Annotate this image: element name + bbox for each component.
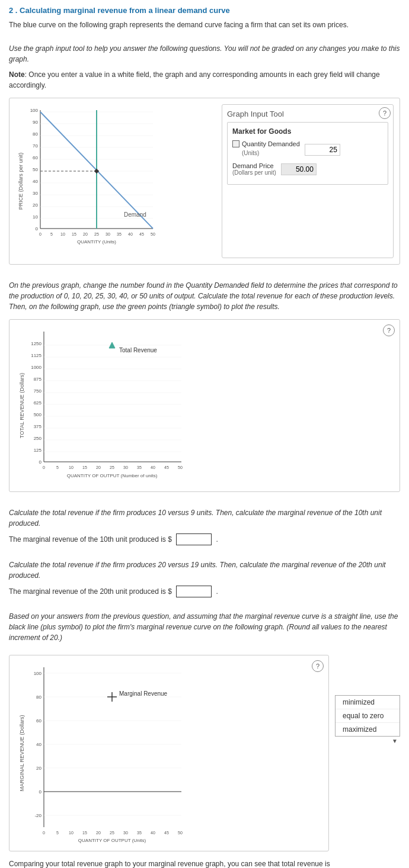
q10-answer-row: The marginal revenue of the 10th unit pr… (9, 533, 400, 546)
demand-curve-chart: PRICE (Dollars per unit) 0 10 20 30 40 5… (15, 104, 158, 258)
svg-text:40: 40 (151, 465, 155, 470)
svg-text:35: 35 (137, 831, 142, 835)
svg-text:0: 0 (39, 789, 42, 795)
svg-text:60: 60 (36, 718, 41, 724)
svg-text:500: 500 (34, 412, 42, 417)
svg-text:100: 100 (34, 671, 42, 676)
q10-answer-prefix: The marginal revenue of the 10th unit pr… (9, 535, 172, 544)
svg-text:40: 40 (128, 232, 133, 236)
instruction-italic-1: Use the graph input tool to help you ans… (9, 43, 400, 65)
q20-answer-row: The marginal revenue of the 20th unit pr… (9, 586, 400, 599)
help-icon-1[interactable]: ? (379, 107, 391, 119)
graph-container-3: ? MARGINAL REVENUE (Dollars) -20 0 20 40… (9, 655, 329, 851)
graph-input-panel: Graph Input Tool ? Market for Goods Quan… (222, 104, 394, 258)
quantity-demanded-input[interactable] (305, 144, 340, 156)
svg-text:0: 0 (36, 226, 39, 232)
dropdown-arrow-icon: ▼ (392, 738, 398, 744)
svg-text:QUANTITY OF OUTPUT (Units): QUANTITY OF OUTPUT (Units) (78, 838, 146, 843)
svg-text:QUANTITY OF OUTPUT (Number of : QUANTITY OF OUTPUT (Number of units) (67, 473, 158, 478)
dropdown-option-maximized[interactable]: maximized (335, 723, 400, 736)
svg-text:750: 750 (34, 388, 42, 394)
demand-price-row: Demand Price (Dollars per unit) (232, 162, 404, 176)
svg-text:30: 30 (123, 831, 128, 835)
svg-text:35: 35 (137, 465, 142, 470)
instruction-italic-2: On the previous graph, change the number… (9, 280, 400, 312)
svg-text:25: 25 (94, 232, 99, 236)
note-bold: Note (9, 70, 25, 79)
comparing-text-before: Comparing your total revenue graph to yo… (9, 860, 330, 868)
svg-text:-20: -20 (34, 813, 41, 818)
q20-answer-input[interactable] (176, 586, 212, 597)
quantity-demanded-row: Quantity Demanded (Units) (232, 140, 404, 159)
total-revenue-chart: TOTAL REVENUE (Dollars) 0 125 250 375 50… (15, 326, 247, 486)
svg-text:20: 20 (96, 831, 101, 835)
svg-text:40: 40 (151, 831, 155, 835)
quantity-demanded-units: (Units) (242, 150, 259, 156)
svg-text:Marginal Revenue: Marginal Revenue (119, 690, 168, 697)
dropdown-options-list: minimized equal to zero maximized (335, 695, 400, 737)
demand-price-units: (Dollars per unit) (232, 169, 276, 176)
dropdown-panel: minimized equal to zero maximized ▼ (335, 695, 400, 745)
svg-text:250: 250 (34, 436, 42, 441)
q20-text: Calculate the total revenue if the firm … (9, 560, 400, 581)
svg-text:25: 25 (110, 831, 114, 835)
q20-answer-prefix: The marginal revenue of the 20th unit pr… (9, 587, 172, 596)
svg-text:875: 875 (34, 377, 42, 382)
svg-text:5: 5 (56, 465, 59, 470)
svg-text:125: 125 (34, 448, 42, 453)
svg-text:0: 0 (39, 459, 42, 465)
svg-text:625: 625 (34, 400, 42, 406)
svg-text:50: 50 (151, 232, 155, 236)
svg-text:50: 50 (178, 831, 183, 835)
svg-text:1250: 1250 (31, 341, 41, 346)
svg-text:10: 10 (60, 232, 65, 236)
svg-text:10: 10 (69, 465, 74, 470)
svg-text:1125: 1125 (31, 353, 41, 358)
svg-text:70: 70 (33, 143, 38, 149)
graph-container-2: ? TOTAL REVENUE (Dollars) 0 125 250 375 … (9, 319, 400, 492)
svg-text:45: 45 (139, 232, 144, 236)
svg-text:40: 40 (36, 742, 41, 747)
svg-text:30: 30 (33, 191, 38, 196)
svg-text:60: 60 (33, 155, 38, 160)
svg-text:90: 90 (33, 120, 38, 125)
svg-text:PRICE (Dollars per unit): PRICE (Dollars per unit) (18, 153, 24, 210)
svg-text:100: 100 (30, 108, 39, 113)
svg-text:30: 30 (106, 232, 110, 236)
svg-text:0: 0 (43, 831, 45, 835)
chart-area-1: PRICE (Dollars per unit) 0 10 20 30 40 5… (15, 104, 216, 258)
marginal-revenue-chart: MARGINAL REVENUE (Dollars) -20 0 20 40 6… (15, 661, 247, 845)
svg-text:15: 15 (72, 232, 76, 236)
dropdown-option-minimized[interactable]: minimized (335, 696, 400, 709)
svg-text:5: 5 (56, 831, 59, 835)
demand-price-input[interactable] (281, 163, 317, 175)
graph-input-title: Graph Input Tool (227, 110, 388, 118)
market-for-goods-title: Market for Goods (232, 127, 404, 136)
svg-text:45: 45 (164, 831, 169, 835)
intro-text: The blue curve on the following graph re… (9, 20, 400, 30)
svg-text:50: 50 (33, 167, 38, 172)
svg-text:25: 25 (110, 465, 114, 470)
section-title: 2 . Calculating marginal revenue from a … (9, 6, 400, 15)
demand-price-label: Demand Price (232, 162, 276, 169)
q10-answer-input[interactable] (176, 533, 212, 545)
svg-text:15: 15 (82, 465, 87, 470)
svg-text:Total Revenue: Total Revenue (119, 347, 157, 353)
svg-text:375: 375 (34, 424, 42, 429)
svg-text:10: 10 (69, 831, 74, 835)
chart-wrapper-3: MARGINAL REVENUE (Dollars) -20 0 20 40 6… (15, 661, 322, 845)
svg-text:50: 50 (178, 465, 183, 470)
svg-text:80: 80 (33, 131, 38, 137)
svg-text:1000: 1000 (31, 365, 41, 370)
instruction-italic-3: Based on your answers from the previous … (9, 611, 400, 643)
quantity-demanded-checkbox[interactable] (232, 140, 239, 147)
svg-text:QUANTITY (Units): QUANTITY (Units) (77, 239, 116, 245)
svg-text:0: 0 (43, 465, 45, 470)
svg-text:45: 45 (164, 465, 169, 470)
q10-text: Calculate the total revenue if the firm … (9, 507, 400, 529)
dropdown-option-equal-to-zero[interactable]: equal to zero (335, 709, 400, 723)
quantity-demanded-label: Quantity Demanded (242, 140, 300, 147)
svg-text:Demand: Demand (124, 211, 146, 218)
svg-text:20: 20 (96, 465, 101, 470)
svg-text:MARGINAL REVENUE (Dollars): MARGINAL REVENUE (Dollars) (19, 715, 25, 792)
